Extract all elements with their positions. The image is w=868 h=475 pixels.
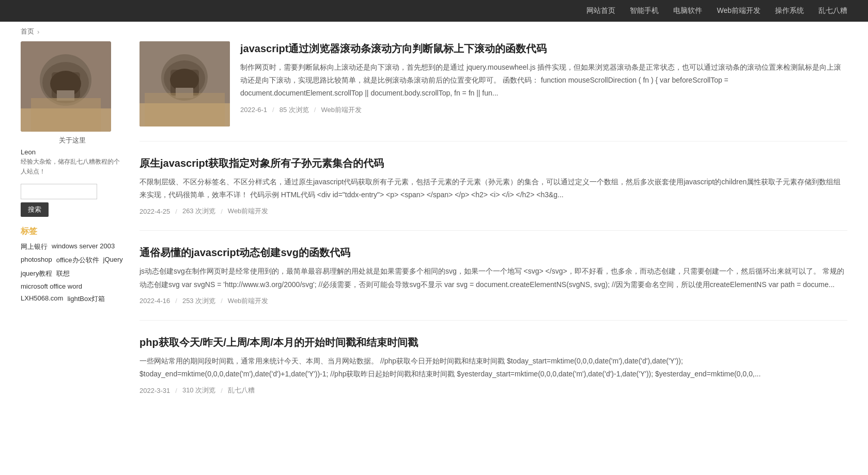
breadcrumb-home[interactable]: 首页 bbox=[21, 27, 34, 36]
sidebar-tag[interactable]: jquery教程 bbox=[21, 269, 52, 278]
nav-item-电脑软件[interactable]: 电脑软件 bbox=[673, 6, 702, 15]
article-views: 85 次浏览 bbox=[280, 105, 309, 115]
article-excerpt: 制作网页时，需要判断鼠标向上滚动还是向下滚动，首先想到的是通过 jquery.m… bbox=[240, 61, 847, 100]
article-body: php获取今天/昨天/上周/本周/本月的开始时间戳和结束时间戳一些网站常用的期间… bbox=[140, 335, 847, 395]
sidebar: 关于这里 Leon 经验大杂烩，储存乱七八糟教程的个人站点！ 搜索 标签 网上银… bbox=[21, 41, 124, 424]
meta-sep: / bbox=[175, 387, 177, 394]
sidebar-username: Leon bbox=[21, 148, 124, 156]
article-views: 263 次浏览 bbox=[182, 207, 215, 216]
article-date: 2022-4-16 bbox=[140, 297, 170, 305]
article-category[interactable]: Web前端开发 bbox=[321, 105, 362, 115]
sidebar-about-label: 关于这里 bbox=[21, 136, 124, 145]
article-title[interactable]: 原生javascript获取指定对象所有子孙元素集合的代码 bbox=[140, 156, 847, 170]
article-date: 2022-4-25 bbox=[140, 208, 170, 215]
article-item: 原生javascript获取指定对象所有子孙元素集合的代码不限制层级、不区分标签… bbox=[140, 156, 847, 231]
sidebar-tags: 网上银行windows server 2003photoshopoffice办公… bbox=[21, 242, 124, 304]
article-title[interactable]: php获取今天/昨天/上周/本周/本月的开始时间戳和结束时间戳 bbox=[140, 335, 847, 350]
article-category[interactable]: Web前端开发 bbox=[228, 296, 269, 306]
tags-title: 标签 bbox=[21, 226, 124, 237]
article-meta: 2022-4-25/263 次浏览/Web前端开发 bbox=[140, 207, 847, 216]
nav-item-智能手机[interactable]: 智能手机 bbox=[630, 6, 659, 15]
main-layout: 关于这里 Leon 经验大杂烩，储存乱七八糟教程的个人站点！ 搜索 标签 网上银… bbox=[0, 41, 868, 445]
sidebar-tag[interactable]: 网上银行 bbox=[21, 242, 48, 251]
nav-item-Web前端开发[interactable]: Web前端开发 bbox=[717, 6, 761, 15]
article-category[interactable]: 乱七八糟 bbox=[228, 386, 255, 395]
article-excerpt: js动态创建svg在制作网页时是经常使用到的，最简单最容易理解的用处就是如果需要… bbox=[140, 265, 847, 291]
article-meta: 2022-6-1/85 次浏览/Web前端开发 bbox=[240, 105, 847, 115]
article-views: 310 次浏览 bbox=[182, 386, 215, 395]
article-item: php获取今天/昨天/上周/本周/本月的开始时间戳和结束时间戳一些网站常用的期间… bbox=[140, 335, 847, 409]
nav-item-网站首页[interactable]: 网站首页 bbox=[586, 6, 615, 15]
meta-sep2: / bbox=[221, 297, 223, 305]
meta-sep2: / bbox=[221, 387, 223, 394]
meta-sep: / bbox=[272, 106, 274, 114]
sidebar-tag[interactable]: office办公软件 bbox=[56, 256, 99, 265]
article-meta: 2022-4-16/253 次浏览/Web前端开发 bbox=[140, 296, 847, 306]
sidebar-tag[interactable]: 联想 bbox=[56, 269, 70, 278]
sidebar-tag[interactable]: microsoft office word bbox=[21, 282, 82, 290]
article-item: javascript通过浏览器滚动条滚动方向判断鼠标上下滚动的函数代码制作网页时… bbox=[140, 41, 847, 141]
article-date: 2022-6-1 bbox=[240, 106, 267, 114]
article-thumbnail bbox=[140, 41, 230, 126]
article-excerpt: 一些网站常用的期间段时间戳，通常用来统计今天、本周、当月网站数据。 //php获… bbox=[140, 355, 847, 381]
breadcrumb: 首页 › bbox=[0, 22, 868, 41]
article-views: 253 次浏览 bbox=[182, 296, 215, 306]
sidebar-tag[interactable]: lightBox灯箱 bbox=[67, 294, 104, 304]
sidebar-tag[interactable]: windows server 2003 bbox=[52, 242, 115, 251]
article-body: 通俗易懂的javascript动态创建svg的函数代码js动态创建svg在制作网… bbox=[140, 245, 847, 305]
sidebar-tag[interactable]: jQuery bbox=[103, 256, 123, 265]
article-item: 通俗易懂的javascript动态创建svg的函数代码js动态创建svg在制作网… bbox=[140, 245, 847, 320]
sidebar-tag[interactable]: photoshop bbox=[21, 256, 52, 265]
meta-sep2: / bbox=[221, 208, 223, 215]
article-category[interactable]: Web前端开发 bbox=[228, 207, 269, 216]
nav-item-操作系统[interactable]: 操作系统 bbox=[775, 6, 804, 15]
article-title[interactable]: javascript通过浏览器滚动条滚动方向判断鼠标上下滚动的函数代码 bbox=[240, 41, 847, 56]
top-navigation: 网站首页智能手机电脑软件Web前端开发操作系统乱七八糟 bbox=[0, 0, 868, 22]
article-excerpt: 不限制层级、不区分标签名、不区分样式名，通过原生javascript代码获取所有… bbox=[140, 176, 847, 201]
meta-sep2: / bbox=[314, 106, 316, 114]
article-meta: 2022-3-31/310 次浏览/乱七八糟 bbox=[140, 386, 847, 395]
article-title[interactable]: 通俗易懂的javascript动态创建svg的函数代码 bbox=[140, 245, 847, 260]
svg-rect-17 bbox=[145, 93, 225, 126]
search-button[interactable]: 搜索 bbox=[21, 202, 49, 217]
sidebar-avatar bbox=[21, 41, 111, 132]
svg-rect-8 bbox=[31, 98, 101, 132]
content-area: javascript通过浏览器滚动条滚动方向判断鼠标上下滚动的函数代码制作网页时… bbox=[140, 41, 847, 424]
meta-sep: / bbox=[175, 297, 177, 305]
meta-sep: / bbox=[175, 208, 177, 215]
article-body: 原生javascript获取指定对象所有子孙元素集合的代码不限制层级、不区分标签… bbox=[140, 156, 847, 216]
search-input[interactable] bbox=[21, 184, 97, 199]
article-date: 2022-3-31 bbox=[140, 387, 170, 394]
sidebar-desc: 经验大杂烩，储存乱七八糟教程的个人站点！ bbox=[21, 157, 124, 177]
sidebar-tag[interactable]: LXH5068.com bbox=[21, 294, 63, 304]
article-body: javascript通过浏览器滚动条滚动方向判断鼠标上下滚动的函数代码制作网页时… bbox=[240, 41, 847, 126]
nav-item-乱七八糟[interactable]: 乱七八糟 bbox=[818, 6, 847, 15]
breadcrumb-sep: › bbox=[37, 28, 39, 36]
